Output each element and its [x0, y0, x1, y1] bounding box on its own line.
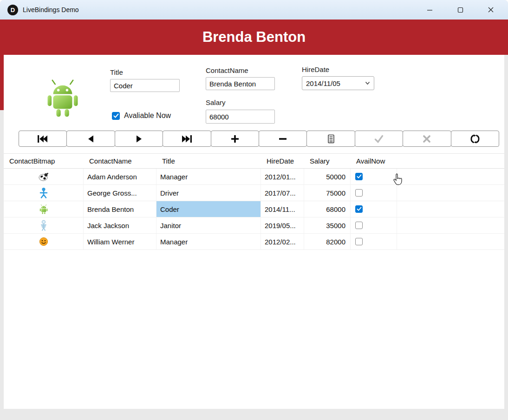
title-cell[interactable]: Manager [156, 234, 261, 249]
contactname-cell[interactable]: Jack Jackson [84, 217, 156, 233]
salary-cell[interactable]: 35000 [304, 217, 351, 233]
first-record-icon [37, 135, 49, 143]
nav-next-button[interactable] [115, 131, 163, 147]
salary-cell[interactable]: 75000 [304, 185, 351, 201]
title-label: Title [110, 68, 123, 76]
close-icon [488, 7, 494, 13]
header-banner: Brenda Benton [0, 20, 508, 55]
chevron-down-icon [365, 81, 370, 85]
nav-prior-button[interactable] [66, 131, 115, 147]
salary-cell[interactable]: 82000 [304, 234, 351, 249]
table-row[interactable]: William Werner Manager 2012/02... 82000 [4, 234, 504, 250]
check-icon [357, 174, 362, 179]
col-header-filler [397, 154, 504, 168]
availnow-checkbox[interactable] [355, 205, 363, 213]
bitmap-cell[interactable] [4, 185, 84, 201]
available-now-checkbox[interactable] [112, 112, 120, 120]
availnow-cell [351, 169, 397, 184]
table-row[interactable]: George Gross... Driver 2017/07... 75000 [4, 185, 504, 201]
contactname-input[interactable] [206, 77, 275, 90]
availnow-cell [351, 185, 397, 201]
contact-photo [43, 79, 83, 118]
bitmap-cell[interactable] [4, 201, 84, 217]
contactname-cell[interactable]: Brenda Benton [84, 201, 156, 217]
salary-label: Salary [206, 98, 226, 106]
availnow-checkbox[interactable] [355, 173, 363, 180]
table-row[interactable]: Adam Anderson Manager 2012/01... 50000 [4, 169, 504, 185]
col-header-contactbitmap[interactable]: ContactBitmap [4, 154, 84, 168]
hiredate-cell[interactable]: 2019/05... [261, 217, 304, 233]
window-title: LiveBindings Demo [23, 6, 79, 13]
filler-cell [397, 234, 504, 249]
refresh-records-icon [470, 134, 480, 144]
contactname-cell[interactable]: George Gross... [84, 185, 156, 201]
android-robot-image [43, 79, 83, 118]
nav-last-button[interactable] [163, 131, 211, 147]
filler-cell [397, 185, 504, 201]
availnow-cell [351, 201, 397, 217]
blue-person-icon [39, 187, 49, 198]
table-row[interactable]: Jack Jackson Janitor 2019/05... 35000 [4, 217, 504, 234]
col-header-availnow[interactable]: AvailNow [351, 154, 397, 168]
col-header-salary[interactable]: Salary [304, 154, 351, 168]
nav-cancel-button[interactable] [403, 131, 451, 147]
minimize-button[interactable] [414, 0, 445, 20]
titlebar: D LiveBindings Demo [0, 0, 508, 20]
insert-record-icon [230, 134, 240, 144]
maximize-icon [457, 7, 463, 13]
hiredate-label: HireDate [302, 66, 329, 73]
availnow-checkbox[interactable] [355, 222, 363, 229]
bitmap-cell[interactable] [4, 234, 84, 249]
hiredate-combobox[interactable]: 2014/11/05 [302, 76, 374, 90]
nav-post-button[interactable] [355, 131, 403, 147]
salary-cell[interactable]: 50000 [304, 169, 351, 184]
col-header-title[interactable]: Title [156, 154, 261, 168]
check-icon [357, 207, 362, 211]
availnow-checkbox[interactable] [355, 238, 363, 245]
cow-icon [38, 171, 49, 182]
prior-record-icon [87, 135, 95, 143]
maximize-button[interactable] [445, 0, 475, 20]
cancel-record-icon [423, 135, 431, 143]
col-header-hiredate[interactable]: HireDate [261, 154, 304, 168]
title-cell[interactable]: Janitor [156, 217, 261, 233]
contacts-grid: ContactBitmap ContactName Title HireDate… [4, 153, 504, 250]
title-cell[interactable]: Manager [156, 169, 261, 184]
selected-title-cell[interactable]: Coder [156, 201, 261, 217]
window-controls [414, 0, 506, 20]
delete-record-icon [278, 134, 287, 144]
available-now-field: Avaliable Now [112, 112, 171, 120]
hiredate-cell[interactable]: 2012/01... [261, 169, 304, 184]
skeleton-icon [39, 220, 49, 231]
hiredate-cell[interactable]: 2012/02... [261, 234, 304, 249]
hiredate-cell[interactable]: 2014/11... [261, 201, 304, 217]
filler-cell [397, 217, 504, 233]
filler-cell [397, 201, 504, 217]
title-input[interactable] [110, 79, 180, 92]
nav-first-button[interactable] [19, 131, 67, 147]
availnow-checkbox[interactable] [355, 189, 363, 197]
contactname-cell[interactable]: William Werner [84, 234, 156, 249]
salary-cell[interactable]: 68000 [304, 201, 351, 217]
nav-refresh-button[interactable] [451, 131, 499, 147]
bitmap-cell[interactable] [4, 217, 84, 233]
bitmap-cell[interactable] [4, 169, 84, 184]
close-button[interactable] [475, 0, 506, 20]
salary-input[interactable] [206, 110, 275, 124]
grid-header-row: ContactBitmap ContactName Title HireDate… [4, 153, 504, 169]
availnow-cell [351, 217, 397, 233]
nav-delete-button[interactable] [259, 131, 307, 147]
bind-navigator [19, 131, 499, 147]
smiley-icon [39, 237, 48, 246]
hiredate-cell[interactable]: 2017/07... [261, 185, 304, 201]
nav-insert-button[interactable] [211, 131, 259, 147]
client-area: Title ContactName HireDate 2014/11/05 Av… [4, 55, 504, 409]
contactname-cell[interactable]: Adam Anderson [84, 169, 156, 184]
table-row[interactable]: Brenda Benton Coder 2014/11... 68000 [4, 201, 504, 217]
col-header-contactname[interactable]: ContactName [84, 154, 156, 168]
nav-edit-button[interactable] [306, 131, 355, 147]
hiredate-value: 2014/11/05 [306, 79, 340, 87]
app-icon-letter: D [11, 7, 15, 13]
availnow-cell [351, 234, 397, 249]
title-cell[interactable]: Driver [156, 185, 261, 201]
